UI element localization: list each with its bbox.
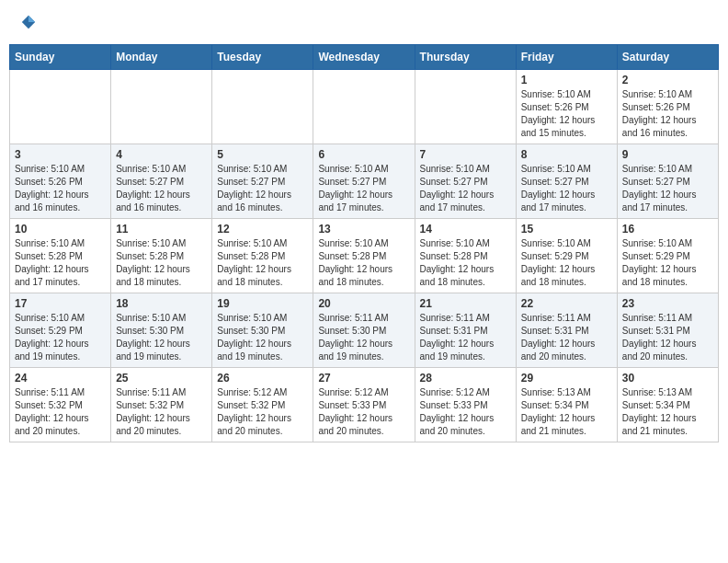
day-info: Sunrise: 5:11 AM Sunset: 5:32 PM Dayligh… [116,386,207,438]
calendar-cell: 5Sunrise: 5:10 AM Sunset: 5:27 PM Daylig… [212,144,313,219]
day-info: Sunrise: 5:11 AM Sunset: 5:31 PM Dayligh… [521,312,612,363]
calendar-cell: 6Sunrise: 5:10 AM Sunset: 5:27 PM Daylig… [313,144,415,219]
calendar-cell [313,70,415,144]
day-number: 6 [318,148,409,161]
calendar-cell: 4Sunrise: 5:10 AM Sunset: 5:27 PM Daylig… [111,144,212,219]
calendar-cell: 21Sunrise: 5:11 AM Sunset: 5:31 PM Dayli… [415,293,516,368]
day-number: 5 [217,148,308,161]
day-number: 1 [521,74,612,86]
day-info: Sunrise: 5:10 AM Sunset: 5:27 PM Dayligh… [318,163,409,214]
calendar-week-row: 1Sunrise: 5:10 AM Sunset: 5:26 PM Daylig… [10,70,719,144]
day-info: Sunrise: 5:10 AM Sunset: 5:27 PM Dayligh… [521,163,612,214]
day-info: Sunrise: 5:10 AM Sunset: 5:27 PM Dayligh… [217,163,308,214]
weekday-header: Wednesday [313,45,415,70]
day-number: 18 [116,297,207,310]
day-info: Sunrise: 5:10 AM Sunset: 5:29 PM Dayligh… [622,237,713,289]
calendar-cell: 14Sunrise: 5:10 AM Sunset: 5:28 PM Dayli… [415,219,516,293]
day-info: Sunrise: 5:10 AM Sunset: 5:27 PM Dayligh… [420,163,511,214]
calendar-cell: 1Sunrise: 5:10 AM Sunset: 5:26 PM Daylig… [516,70,617,144]
day-number: 9 [622,148,713,161]
day-info: Sunrise: 5:13 AM Sunset: 5:34 PM Dayligh… [622,386,713,438]
calendar-cell [111,70,212,144]
day-info: Sunrise: 5:10 AM Sunset: 5:28 PM Dayligh… [318,237,409,289]
day-info: Sunrise: 5:10 AM Sunset: 5:26 PM Dayligh… [521,88,612,140]
calendar-cell: 7Sunrise: 5:10 AM Sunset: 5:27 PM Daylig… [415,144,516,219]
calendar-cell: 24Sunrise: 5:11 AM Sunset: 5:32 PM Dayli… [10,368,111,442]
weekday-header: Sunday [10,45,111,70]
day-number: 23 [622,297,713,310]
calendar-cell: 2Sunrise: 5:10 AM Sunset: 5:26 PM Daylig… [617,70,718,144]
calendar-cell: 13Sunrise: 5:10 AM Sunset: 5:28 PM Dayli… [313,219,415,293]
day-number: 11 [116,223,207,236]
calendar-cell: 28Sunrise: 5:12 AM Sunset: 5:33 PM Dayli… [415,368,516,442]
calendar-cell [10,70,111,144]
day-info: Sunrise: 5:10 AM Sunset: 5:27 PM Dayligh… [622,163,713,214]
day-number: 4 [116,148,207,161]
day-number: 16 [622,223,713,236]
day-number: 21 [420,297,511,310]
weekday-header: Friday [516,45,617,70]
calendar-cell [415,70,516,144]
day-info: Sunrise: 5:12 AM Sunset: 5:32 PM Dayligh… [217,386,308,438]
calendar-week-row: 3Sunrise: 5:10 AM Sunset: 5:26 PM Daylig… [10,144,719,219]
calendar-cell: 8Sunrise: 5:10 AM Sunset: 5:27 PM Daylig… [516,144,617,219]
day-info: Sunrise: 5:11 AM Sunset: 5:30 PM Dayligh… [318,312,409,363]
page-header [9,9,719,35]
logo-icon [20,14,37,30]
calendar-cell: 19Sunrise: 5:10 AM Sunset: 5:30 PM Dayli… [212,293,313,368]
calendar-cell: 16Sunrise: 5:10 AM Sunset: 5:29 PM Dayli… [617,219,718,293]
day-info: Sunrise: 5:10 AM Sunset: 5:29 PM Dayligh… [15,312,106,363]
day-number: 22 [521,297,612,310]
calendar-week-row: 24Sunrise: 5:11 AM Sunset: 5:32 PM Dayli… [10,368,719,442]
calendar-cell: 22Sunrise: 5:11 AM Sunset: 5:31 PM Dayli… [516,293,617,368]
calendar-cell: 15Sunrise: 5:10 AM Sunset: 5:29 PM Dayli… [516,219,617,293]
day-number: 3 [15,148,106,161]
calendar-cell: 29Sunrise: 5:13 AM Sunset: 5:34 PM Dayli… [516,368,617,442]
day-info: Sunrise: 5:10 AM Sunset: 5:27 PM Dayligh… [116,163,207,214]
day-info: Sunrise: 5:11 AM Sunset: 5:31 PM Dayligh… [420,312,511,363]
day-number: 27 [318,372,409,385]
day-info: Sunrise: 5:12 AM Sunset: 5:33 PM Dayligh… [420,386,511,438]
calendar-cell: 3Sunrise: 5:10 AM Sunset: 5:26 PM Daylig… [10,144,111,219]
weekday-header: Monday [111,45,212,70]
calendar-week-row: 17Sunrise: 5:10 AM Sunset: 5:29 PM Dayli… [10,293,719,368]
weekday-header: Thursday [415,45,516,70]
calendar-cell: 25Sunrise: 5:11 AM Sunset: 5:32 PM Dayli… [111,368,212,442]
day-info: Sunrise: 5:13 AM Sunset: 5:34 PM Dayligh… [521,386,612,438]
day-info: Sunrise: 5:10 AM Sunset: 5:28 PM Dayligh… [15,237,106,289]
day-number: 12 [217,223,308,236]
day-info: Sunrise: 5:10 AM Sunset: 5:28 PM Dayligh… [420,237,511,289]
day-number: 10 [15,223,106,236]
calendar-cell: 23Sunrise: 5:11 AM Sunset: 5:31 PM Dayli… [617,293,718,368]
calendar-cell: 18Sunrise: 5:10 AM Sunset: 5:30 PM Dayli… [111,293,212,368]
day-number: 25 [116,372,207,385]
calendar-cell: 30Sunrise: 5:13 AM Sunset: 5:34 PM Dayli… [617,368,718,442]
day-info: Sunrise: 5:11 AM Sunset: 5:31 PM Dayligh… [622,312,713,363]
day-number: 13 [318,223,409,236]
day-info: Sunrise: 5:11 AM Sunset: 5:32 PM Dayligh… [15,386,106,438]
svg-marker-1 [28,16,35,22]
calendar-cell: 9Sunrise: 5:10 AM Sunset: 5:27 PM Daylig… [617,144,718,219]
day-info: Sunrise: 5:10 AM Sunset: 5:26 PM Dayligh… [622,88,713,140]
calendar-cell: 10Sunrise: 5:10 AM Sunset: 5:28 PM Dayli… [10,219,111,293]
calendar-cell: 11Sunrise: 5:10 AM Sunset: 5:28 PM Dayli… [111,219,212,293]
calendar-table: SundayMondayTuesdayWednesdayThursdayFrid… [9,44,719,442]
calendar-week-row: 10Sunrise: 5:10 AM Sunset: 5:28 PM Dayli… [10,219,719,293]
calendar-cell: 12Sunrise: 5:10 AM Sunset: 5:28 PM Dayli… [212,219,313,293]
day-number: 17 [15,297,106,310]
logo [18,14,37,30]
day-number: 8 [521,148,612,161]
day-number: 29 [521,372,612,385]
day-info: Sunrise: 5:10 AM Sunset: 5:26 PM Dayligh… [15,163,106,214]
day-info: Sunrise: 5:12 AM Sunset: 5:33 PM Dayligh… [318,386,409,438]
day-number: 7 [420,148,511,161]
calendar-cell: 20Sunrise: 5:11 AM Sunset: 5:30 PM Dayli… [313,293,415,368]
day-info: Sunrise: 5:10 AM Sunset: 5:29 PM Dayligh… [521,237,612,289]
weekday-header: Tuesday [212,45,313,70]
day-info: Sunrise: 5:10 AM Sunset: 5:30 PM Dayligh… [116,312,207,363]
calendar-cell: 27Sunrise: 5:12 AM Sunset: 5:33 PM Dayli… [313,368,415,442]
day-number: 28 [420,372,511,385]
day-number: 26 [217,372,308,385]
day-number: 24 [15,372,106,385]
day-number: 20 [318,297,409,310]
